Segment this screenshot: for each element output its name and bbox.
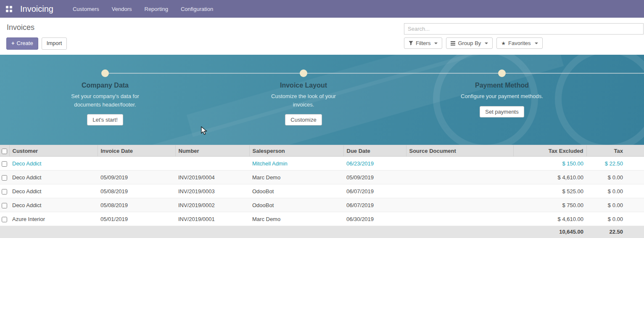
filters-label: Filters [416, 40, 430, 46]
create-button[interactable]: +Create [6, 37, 38, 50]
column-header-number[interactable]: Number [175, 145, 249, 157]
star-icon: ★ [501, 41, 506, 46]
banner-art-glasses [555, 55, 644, 145]
step-description: Configure your payment methods. [459, 92, 545, 101]
row-select-cell [0, 184, 9, 198]
lets-start-button[interactable]: Let's start! [87, 114, 123, 125]
menu-reporting[interactable]: Reporting [145, 6, 168, 12]
table-row[interactable]: Deco Addict 05/08/2019 INV/2019/0002 Odo… [0, 198, 644, 212]
row-checkbox[interactable] [2, 189, 7, 194]
step-title: Company Data [42, 82, 168, 89]
cell-number: INV/2019/0001 [175, 212, 249, 226]
cell-invoice-date: 05/09/2019 [98, 170, 175, 184]
cell-tax-excluded: $ 150.00 [513, 157, 586, 170]
column-header-source-document[interactable]: Source Document [406, 145, 513, 157]
onboarding-step-invoice-layout: Invoice Layout Customize the look of you… [240, 82, 367, 125]
cell-source-document [406, 198, 513, 212]
cell-due-date: 06/23/2019 [343, 157, 406, 170]
grid-square [6, 6, 8, 8]
cell-due-date: 06/07/2019 [343, 184, 406, 198]
column-header-salesperson[interactable]: Salesperson [249, 145, 343, 157]
action-buttons: +Create Import [6, 37, 67, 50]
row-checkbox[interactable] [2, 161, 7, 167]
menu-customers[interactable]: Customers [73, 6, 99, 12]
table-row[interactable]: Deco Addict 05/08/2019 INV/2019/0003 Odo… [0, 184, 644, 198]
cell-due-date: 05/09/2019 [343, 170, 406, 184]
row-checkbox[interactable] [2, 217, 7, 222]
cell-tax: $ 0.00 [586, 170, 644, 184]
page-title: Invoices [7, 23, 34, 32]
step-dot [498, 69, 506, 77]
cell-number [175, 157, 249, 170]
cell-customer: Deco Addict [9, 157, 98, 170]
column-header-tax-excluded[interactable]: Tax Excluded [513, 145, 586, 157]
step-dot [300, 69, 307, 77]
filters-dropdown[interactable]: Filters [404, 37, 442, 49]
app-title[interactable]: Invoicing [20, 4, 53, 14]
column-header-invoice-date[interactable]: Invoice Date [98, 145, 175, 157]
cell-salesperson: Mitchell Admin [249, 157, 343, 170]
cell-customer: Deco Addict [9, 198, 98, 212]
cell-tax-excluded: $ 4,610.00 [513, 170, 586, 184]
step-description: Set your company's data for documents he… [62, 92, 148, 109]
favorites-label: Favorites [508, 40, 531, 46]
filter-icon [409, 41, 413, 45]
table-body: Deco Addict Mitchell Admin 06/23/2019 $ … [0, 157, 644, 226]
search-view-controls: Filters Group By ★ Favorites [404, 37, 543, 49]
cell-due-date: 06/30/2019 [343, 212, 406, 226]
totals-spacer [0, 226, 513, 238]
cell-salesperson: OdooBot [249, 198, 343, 212]
row-checkbox[interactable] [2, 203, 7, 208]
cell-customer: Azure Interior [9, 212, 98, 226]
table-row[interactable]: Deco Addict 05/09/2019 INV/2019/0004 Mar… [0, 170, 644, 184]
cell-number: INV/2019/0004 [175, 170, 249, 184]
cell-source-document [406, 212, 513, 226]
favorites-dropdown[interactable]: ★ Favorites [496, 37, 542, 49]
cell-number: INV/2019/0002 [175, 198, 249, 212]
onboarding-progress-line [105, 73, 644, 74]
set-payments-button[interactable]: Set payments [480, 106, 524, 117]
customize-button[interactable]: Customize [285, 114, 322, 125]
grid-square [10, 6, 12, 8]
top-navbar: Invoicing Customers Vendors Reporting Co… [0, 0, 644, 18]
row-select-cell [0, 157, 9, 170]
cell-tax-excluded: $ 525.00 [513, 184, 586, 198]
cell-source-document [406, 184, 513, 198]
search-input[interactable] [404, 23, 644, 35]
cell-customer: Deco Addict [9, 170, 98, 184]
column-header-due-date[interactable]: Due Date [343, 145, 406, 157]
menu-vendors[interactable]: Vendors [112, 6, 132, 12]
step-title: Payment Method [439, 82, 565, 89]
control-panel: Invoices +Create Import Filters Group By… [0, 18, 644, 55]
chevron-down-icon [434, 43, 438, 44]
cell-source-document [406, 157, 513, 170]
column-header-tax[interactable]: Tax [586, 145, 644, 157]
select-all-checkbox[interactable] [2, 149, 7, 154]
table-row[interactable]: Azure Interior 05/01/2019 INV/2019/0001 … [0, 212, 644, 226]
apps-grid-icon[interactable] [3, 3, 14, 14]
row-checkbox[interactable] [2, 175, 7, 181]
navbar-menus: Customers Vendors Reporting Configuratio… [73, 6, 213, 12]
cell-invoice-date: 05/01/2019 [98, 212, 175, 226]
create-button-label: Create [17, 40, 33, 46]
step-title: Invoice Layout [240, 82, 367, 89]
onboarding-step-payment-method: Payment Method Configure your payment me… [439, 82, 565, 117]
table-row[interactable]: Deco Addict Mitchell Admin 06/23/2019 $ … [0, 157, 644, 170]
group-by-dropdown[interactable]: Group By [446, 37, 493, 49]
select-all-cell [0, 145, 9, 157]
cell-salesperson: OdooBot [249, 184, 343, 198]
total-tax: 22.50 [586, 226, 644, 238]
menu-configuration[interactable]: Configuration [181, 6, 213, 12]
list-bars-icon [451, 41, 455, 45]
cell-invoice-date: 05/08/2019 [98, 198, 175, 212]
column-header-customer[interactable]: Customer [9, 145, 98, 157]
cell-customer: Deco Addict [9, 184, 98, 198]
step-dot [101, 69, 109, 77]
table-footer: 10,645.00 22.50 [0, 226, 644, 238]
cell-tax: $ 0.00 [586, 212, 644, 226]
import-button[interactable]: Import [42, 37, 67, 50]
cell-number: INV/2019/0003 [175, 184, 249, 198]
cell-tax: $ 0.00 [586, 184, 644, 198]
group-by-label: Group By [458, 40, 481, 46]
cell-tax: $ 22.50 [586, 157, 644, 170]
